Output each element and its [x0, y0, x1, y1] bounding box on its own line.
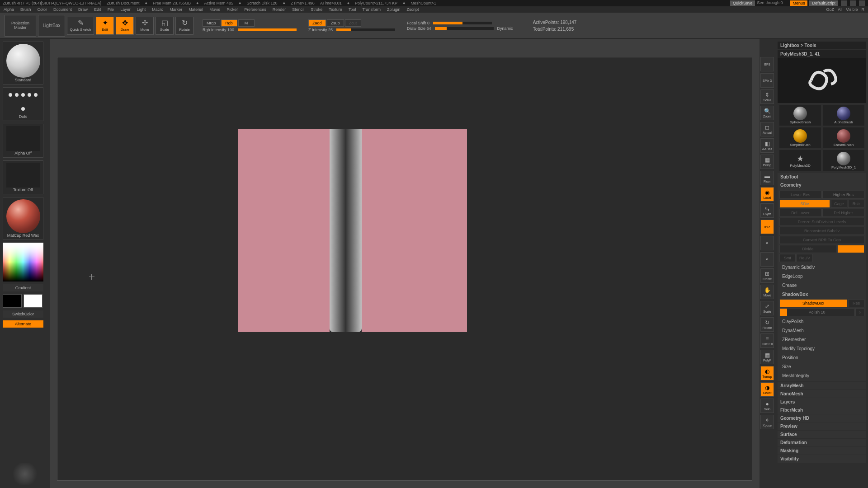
- texture-selector[interactable]: Texture Off: [3, 160, 43, 194]
- edit-mode-button[interactable]: ✦Edit: [96, 17, 114, 35]
- y-button[interactable]: ∘: [760, 236, 774, 250]
- maximize-icon[interactable]: [850, 0, 856, 6]
- seethrough-slider[interactable]: See-through 0: [757, 0, 783, 6]
- scale-mode-button[interactable]: ◱Scale: [156, 17, 174, 35]
- minimize-icon[interactable]: [841, 0, 847, 6]
- menu-light[interactable]: Light: [137, 7, 146, 12]
- dynamic-subdiv-header[interactable]: Dynamic Subdiv: [779, 263, 864, 271]
- masking-header[interactable]: Masking: [778, 447, 866, 455]
- nav-rotate-button[interactable]: ↻Rotate: [760, 317, 774, 332]
- goz-visible[interactable]: Visible: [846, 7, 858, 12]
- secondary-color[interactable]: [3, 294, 22, 308]
- quicksketch-button[interactable]: ✎Quick Sketch: [67, 17, 94, 35]
- polyf-button[interactable]: ▦PolyF: [760, 350, 774, 364]
- color-picker[interactable]: [3, 243, 43, 282]
- move-mode-button[interactable]: ✢Move: [136, 17, 154, 35]
- meshintegrity-header[interactable]: MeshIntegrity: [779, 372, 864, 380]
- canvas[interactable]: [57, 57, 752, 481]
- tool-eraserbrush[interactable]: EraserBrush: [823, 127, 864, 148]
- m-button[interactable]: M: [238, 19, 255, 27]
- lsym-button[interactable]: ⇆LSym: [760, 203, 774, 218]
- default-script[interactable]: DefaultScript: [809, 0, 838, 6]
- crease-header[interactable]: Crease: [779, 282, 864, 289]
- nav-move-button[interactable]: ✋Move: [760, 285, 774, 299]
- rstr-button[interactable]: Rstr: [848, 200, 864, 208]
- mrgb-button[interactable]: Mrgb: [203, 19, 220, 27]
- cage-button[interactable]: Cage: [831, 200, 847, 208]
- menu-stencil[interactable]: Stencil: [292, 7, 304, 12]
- spix-button[interactable]: SPix 3: [760, 73, 774, 88]
- z-button[interactable]: ∘: [760, 252, 774, 267]
- surface-header[interactable]: Surface: [778, 431, 866, 438]
- geometry-header[interactable]: Geometry: [778, 181, 866, 189]
- deformation-header[interactable]: Deformation: [778, 439, 866, 446]
- local-button[interactable]: ◉Local: [760, 187, 774, 202]
- menu-macro[interactable]: Macro: [152, 7, 163, 12]
- menu-zscript[interactable]: Zscript: [407, 7, 419, 12]
- transp-button[interactable]: ◐Transp: [760, 366, 774, 380]
- persp-button[interactable]: ▦Persp: [760, 155, 774, 169]
- brush-selector[interactable]: Standard: [3, 42, 43, 84]
- polish-mode-icon[interactable]: ○: [855, 308, 864, 316]
- zcut-button[interactable]: Zcut: [345, 19, 361, 27]
- menu-color[interactable]: Color: [38, 7, 47, 12]
- z-intensity-slider[interactable]: [336, 28, 395, 31]
- dynamesh-header[interactable]: DynaMesh: [779, 327, 864, 334]
- ghost-button[interactable]: ◑Ghost: [760, 382, 774, 397]
- layers-header[interactable]: Layers: [778, 398, 866, 406]
- actual-button[interactable]: ◻Actual: [760, 122, 774, 136]
- smt-button[interactable]: [837, 245, 864, 253]
- rotate-mode-button[interactable]: ↻Rotate: [175, 17, 193, 35]
- lightbox-header[interactable]: Lightbox > Tools: [778, 42, 866, 49]
- menu-stroke[interactable]: Stroke: [311, 7, 322, 12]
- menu-file[interactable]: File: [108, 7, 114, 12]
- del-higher-button[interactable]: Del Higher: [822, 209, 864, 217]
- menu-render[interactable]: Render: [273, 7, 286, 12]
- menu-transform[interactable]: Transform: [362, 7, 381, 12]
- floor-button[interactable]: ▬Floor: [760, 171, 774, 185]
- draw-mode-button[interactable]: ✥Draw: [116, 17, 134, 35]
- zremesher-header[interactable]: ZRemesher: [779, 336, 864, 343]
- switchcolor-button[interactable]: SwitchColor: [3, 310, 43, 318]
- menu-marker[interactable]: Marker: [170, 7, 182, 12]
- menu-material[interactable]: Material: [189, 7, 203, 12]
- subtool-header[interactable]: SubTool: [778, 173, 866, 181]
- tool-alphabrush[interactable]: AlphaBrush: [823, 105, 864, 126]
- suv-button[interactable]: Smt: [779, 254, 796, 262]
- size-header[interactable]: Size: [779, 363, 864, 371]
- arraymesh-header[interactable]: ArrayMesh: [778, 382, 866, 389]
- modify-topology-header[interactable]: Modify Topology: [779, 345, 864, 352]
- solo-button[interactable]: ●Solo: [760, 399, 774, 413]
- menu-zplugin[interactable]: Zplugin: [387, 7, 401, 12]
- stroke-selector[interactable]: Dots: [3, 87, 43, 121]
- tool-simplebrush[interactable]: SimpleBrush: [779, 127, 821, 148]
- shadowbox-header[interactable]: ShadowBox: [779, 291, 864, 298]
- higher-res-button[interactable]: Higher Res: [822, 191, 864, 199]
- sdiv-slider[interactable]: SDiv: [779, 200, 830, 208]
- bpr-button[interactable]: BP8: [760, 57, 774, 71]
- menu-tool[interactable]: Tool: [349, 7, 356, 12]
- gradient-label[interactable]: Gradient: [3, 284, 43, 291]
- goz-all[interactable]: All: [838, 7, 842, 12]
- scroll-button[interactable]: ⇕Scroll: [760, 89, 774, 104]
- zadd-button[interactable]: Zadd: [308, 19, 326, 27]
- position-header[interactable]: Position: [779, 354, 864, 361]
- alpha-selector[interactable]: Alpha Off: [3, 124, 43, 158]
- quicksave-button[interactable]: QuickSave: [730, 0, 755, 6]
- tool-polymesh3d[interactable]: ★PolyMesh3D: [779, 150, 821, 171]
- geometryhd-header[interactable]: Geometry HD: [778, 414, 866, 422]
- polish-slider[interactable]: Polish 10: [779, 308, 854, 316]
- zsub-button[interactable]: Zsub: [327, 19, 344, 27]
- goz-button[interactable]: GoZ: [826, 7, 835, 12]
- dynamic-label[interactable]: Dynamic: [497, 26, 513, 31]
- reuv-button[interactable]: ReUV: [797, 254, 813, 262]
- tool-spherebrush[interactable]: SphereBrush: [779, 105, 821, 126]
- draw-size-slider[interactable]: [435, 27, 494, 30]
- xpose-button[interactable]: ✧Xpose: [760, 415, 774, 429]
- claypolish-header[interactable]: ClayPolish: [779, 318, 864, 325]
- nanomesh-header[interactable]: NanoMesh: [778, 390, 866, 398]
- menu-alpha[interactable]: Alpha: [4, 7, 14, 12]
- nav-scale-button[interactable]: ⤢Scale: [760, 301, 774, 315]
- menu-texture[interactable]: Texture: [329, 7, 342, 12]
- freeze-sdiv-button[interactable]: Freeze SubDivision Levels: [779, 218, 864, 226]
